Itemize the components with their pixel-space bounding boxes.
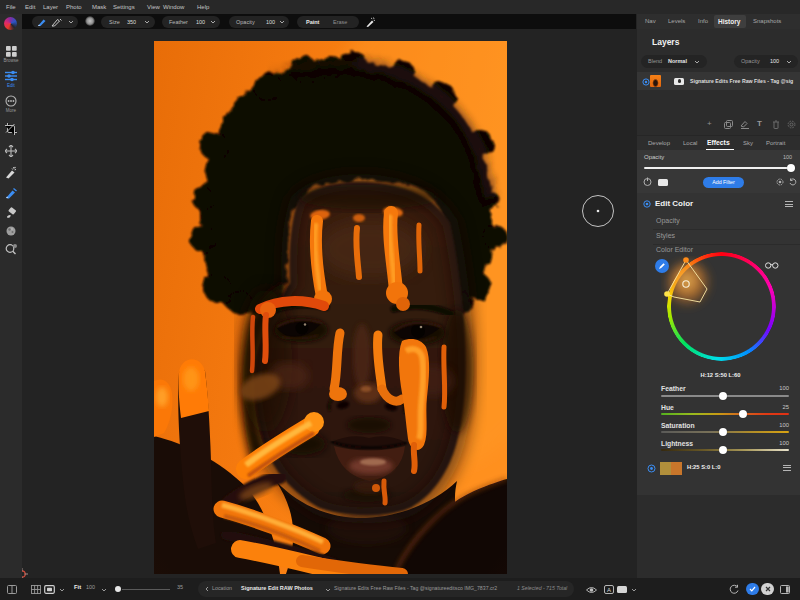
svg-text:A: A	[607, 587, 611, 593]
